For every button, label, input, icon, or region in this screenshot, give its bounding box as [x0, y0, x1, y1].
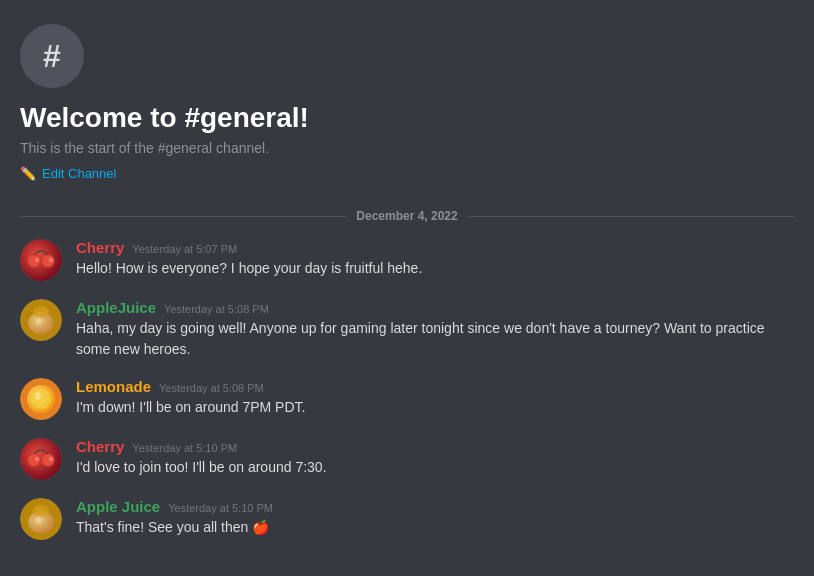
channel-description: This is the start of the #general channe… — [20, 140, 794, 156]
divider-line-left — [20, 216, 346, 217]
svg-point-15 — [20, 438, 62, 480]
date-label: December 4, 2022 — [356, 209, 457, 223]
channel-header: # Welcome to #general! This is the start… — [0, 0, 814, 193]
svg-point-20 — [35, 457, 39, 461]
message-meta: AppleJuice Yesterday at 5:08 PM — [76, 299, 794, 316]
svg-point-24 — [33, 505, 49, 517]
channel-title: Welcome to #general! — [20, 102, 794, 134]
avatar — [20, 378, 62, 420]
message-item: Cherry Yesterday at 5:10 PM I'd love to … — [20, 438, 794, 480]
message-author: Apple Juice — [76, 498, 160, 515]
message-text: Hello! How is everyone? I hope your day … — [76, 258, 794, 279]
message-timestamp: Yesterday at 5:08 PM — [159, 382, 264, 394]
avatar — [20, 239, 62, 281]
svg-point-6 — [49, 258, 53, 262]
message-author: AppleJuice — [76, 299, 156, 316]
avatar — [20, 438, 62, 480]
message-body: Cherry Yesterday at 5:07 PM Hello! How i… — [76, 239, 794, 279]
message-meta: Lemonade Yesterday at 5:08 PM — [76, 378, 794, 395]
message-timestamp: Yesterday at 5:08 PM — [164, 303, 269, 315]
svg-point-21 — [49, 457, 53, 461]
svg-point-13 — [31, 389, 51, 409]
message-item: Apple Juice Yesterday at 5:10 PM That's … — [20, 498, 794, 540]
message-body: Apple Juice Yesterday at 5:10 PM That's … — [76, 498, 794, 538]
pencil-icon: ✏️ — [20, 166, 36, 181]
message-timestamp: Yesterday at 5:07 PM — [132, 243, 237, 255]
message-timestamp: Yesterday at 5:10 PM — [168, 502, 273, 514]
message-body: Cherry Yesterday at 5:10 PM I'd love to … — [76, 438, 794, 478]
svg-point-25 — [36, 516, 42, 524]
message-author: Cherry — [76, 239, 124, 256]
edit-channel-label: Edit Channel — [42, 166, 116, 181]
messages-list: Cherry Yesterday at 5:07 PM Hello! How i… — [0, 239, 814, 540]
svg-point-9 — [33, 306, 49, 318]
message-author: Lemonade — [76, 378, 151, 395]
message-meta: Apple Juice Yesterday at 5:10 PM — [76, 498, 794, 515]
svg-point-14 — [35, 392, 41, 400]
avatar — [20, 299, 62, 341]
channel-icon: # — [20, 24, 84, 88]
svg-point-5 — [35, 258, 39, 262]
message-meta: Cherry Yesterday at 5:10 PM — [76, 438, 794, 455]
message-text: That's fine! See you all then 🍎 — [76, 517, 794, 538]
message-item: Cherry Yesterday at 5:07 PM Hello! How i… — [20, 239, 794, 281]
edit-channel-button[interactable]: ✏️ Edit Channel — [20, 166, 116, 181]
date-divider: December 4, 2022 — [20, 209, 794, 223]
message-item: Lemonade Yesterday at 5:08 PM I'm down! … — [20, 378, 794, 420]
svg-point-0 — [20, 239, 62, 281]
message-text: I'm down! I'll be on around 7PM PDT. — [76, 397, 794, 418]
message-body: Lemonade Yesterday at 5:08 PM I'm down! … — [76, 378, 794, 418]
svg-point-10 — [36, 317, 42, 325]
message-item: AppleJuice Yesterday at 5:08 PM Haha, my… — [20, 299, 794, 360]
divider-line-right — [468, 216, 794, 217]
message-text: I'd love to join too! I'll be on around … — [76, 457, 794, 478]
message-timestamp: Yesterday at 5:10 PM — [132, 442, 237, 454]
message-text: Haha, my day is going well! Anyone up fo… — [76, 318, 794, 360]
message-meta: Cherry Yesterday at 5:07 PM — [76, 239, 794, 256]
message-author: Cherry — [76, 438, 124, 455]
message-body: AppleJuice Yesterday at 5:08 PM Haha, my… — [76, 299, 794, 360]
hash-symbol: # — [43, 38, 61, 75]
avatar — [20, 498, 62, 540]
